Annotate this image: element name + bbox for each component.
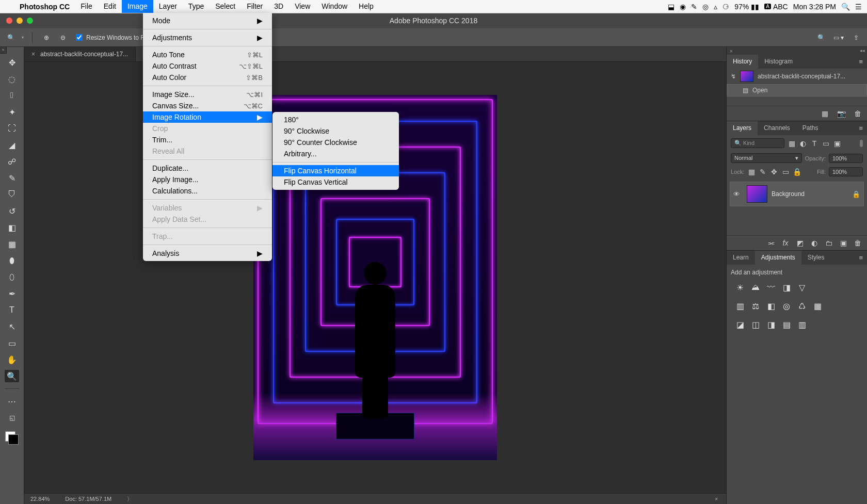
menu-image[interactable]: Image [122,0,153,13]
menubar-clock[interactable]: Mon 3:28 PM [793,3,836,11]
adj-gradient-map-icon[interactable]: ▤ [781,319,792,330]
type-tool[interactable]: T [5,304,19,316]
mi-auto-tone[interactable]: Auto Tone⇧⌘L [143,49,272,60]
mi-image-rotation[interactable]: Image Rotation▶ [143,111,272,123]
app-name[interactable]: Photoshop CC [14,3,75,11]
new-doc-from-state-icon[interactable]: ▦ [821,109,829,118]
eraser-tool[interactable]: ◧ [5,221,19,234]
status-zoom[interactable]: 22.84% [30,496,50,502]
panel-menu-icon[interactable]: ≡ [855,55,867,69]
filter-pixel-icon[interactable]: ▦ [788,139,796,148]
lock-transparent-icon[interactable]: ▦ [747,168,756,176]
panel-collapse-icon[interactable]: ◂◂ [860,48,865,53]
mi-flip-vertical[interactable]: Flip Canvas Vertical [272,176,399,188]
input-source[interactable]: AABC [764,3,788,11]
blend-mode-select[interactable]: Normal ▾ [731,153,802,163]
filter-type-icon[interactable]: T [810,139,818,148]
menu-3d[interactable]: 3D [268,0,289,13]
new-layer-icon[interactable]: ▣ [839,239,847,247]
lock-artboard-icon[interactable]: ▭ [781,168,790,176]
filter-adjust-icon[interactable]: ◐ [799,139,807,148]
panel-menu-icon[interactable]: ≡ [855,251,867,265]
share-icon[interactable]: ⇪ [850,32,862,43]
opacity-value[interactable]: 100% [829,154,863,163]
battery-status[interactable]: 97%▮▮ [734,3,759,11]
tab-history[interactable]: History [727,55,758,69]
mi-calculations[interactable]: Calculations... [143,185,272,197]
tool-preset-icon[interactable]: 🔍 [5,32,17,43]
tab-styles[interactable]: Styles [801,251,831,265]
menu-help[interactable]: Help [353,0,379,13]
layer-lock-icon[interactable]: 🔒 [852,190,860,198]
history-brush-tool[interactable]: ↺ [5,205,19,217]
tab-paths[interactable]: Paths [796,121,825,135]
default-colors-icon[interactable]: ◱ [5,412,19,424]
mi-duplicate[interactable]: Duplicate... [143,162,272,174]
marquee-tool[interactable]: ◌ [5,73,19,85]
cc-icon[interactable]: ◎ [702,3,709,11]
mi-rotate-arbitrary[interactable]: Arbitrary... [272,148,399,159]
workspace-icon[interactable]: ▭ ▾ [833,32,844,43]
lasso-tool[interactable]: 𓍼 [5,89,19,102]
menu-type[interactable]: Type [183,0,210,13]
adj-exposure-icon[interactable]: ◨ [781,282,792,292]
menu-filter[interactable]: Filter [241,0,268,13]
edit-toolbar[interactable]: ⋯ [5,395,19,408]
filter-smart-icon[interactable]: ▣ [833,139,841,148]
lock-all-icon[interactable]: 🔒 [793,168,801,176]
hand-tool[interactable]: ✋ [5,353,19,366]
brush-tool[interactable]: ✎ [5,172,19,184]
mi-mode[interactable]: Mode▶ [143,15,272,26]
panel-menu-icon[interactable]: ≡ [855,121,867,135]
mi-apply-image[interactable]: Apply Image... [143,174,272,185]
move-tool[interactable]: ✥ [5,56,19,69]
link-layers-icon[interactable]: ⫘ [767,239,775,247]
group-icon[interactable]: 🗀 [825,239,833,247]
adj-hue-icon[interactable]: ▥ [735,301,745,311]
stamp-tool[interactable]: ⛉ [5,188,19,201]
airplay-icon[interactable]: ▵ [714,3,717,11]
menu-file[interactable]: File [75,0,98,13]
adjustment-layer-icon[interactable]: ◐ [810,239,818,247]
layer-thumb[interactable] [747,185,767,203]
snapshot-icon[interactable]: 📷 [837,109,845,118]
mi-image-size[interactable]: Image Size...⌥⌘I [143,89,272,100]
layer-background[interactable]: 👁 Background 🔒 [730,182,864,206]
adj-levels-icon[interactable]: ⛰ [750,282,761,292]
fx-icon[interactable]: fx [781,239,790,247]
layer-name[interactable]: Background [772,190,848,198]
adj-selective-color-icon[interactable]: ▥ [797,319,807,330]
crop-tool[interactable]: ⛶ [5,122,19,135]
feather-icon[interactable]: ✎ [691,3,697,11]
mask-icon[interactable]: ◩ [796,239,804,247]
menu-view[interactable]: View [289,0,316,13]
mi-auto-color[interactable]: Auto Color⇧⌘B [143,72,272,83]
document-tab[interactable]: × abstract-backlit-conceptual-17... [24,47,136,61]
adj-lut-icon[interactable]: ▦ [812,301,823,311]
close-tab-icon[interactable]: × [31,51,35,58]
mi-rotate-180[interactable]: 180° [272,114,399,125]
shape-tool[interactable]: ▭ [5,337,19,349]
color-swatches[interactable] [5,431,19,445]
menu-layer[interactable]: Layer [153,0,183,13]
panel-close-icon[interactable]: × [727,47,736,55]
status-doc[interactable]: Doc: 57.1M/57.1M [65,496,111,502]
dropbox-icon[interactable]: ⬓ [668,3,675,11]
adj-balance-icon[interactable]: ⚖ [750,301,761,311]
zoom-tool[interactable]: 🔍 [5,370,19,382]
filter-shape-icon[interactable]: ▭ [822,139,830,148]
layer-filter-kind[interactable]: 🔍 Kind [731,138,784,148]
zoom-out-icon[interactable]: ⊖ [57,32,69,43]
fill-value[interactable]: 100% [829,167,863,176]
resize-windows-check[interactable] [76,34,83,41]
adj-posterize-icon[interactable]: ◫ [750,319,761,330]
mi-canvas-size[interactable]: Canvas Size...⌥⌘C [143,100,272,111]
lock-position-icon[interactable]: ✥ [770,168,778,176]
trash-icon[interactable]: 🗑 [854,109,862,118]
adj-vibrance-icon[interactable]: ▽ [797,282,807,292]
blur-tool[interactable]: ⬮ [5,254,19,267]
history-source-row[interactable]: ↯ abstract-backlit-conceptual-17... [727,69,867,84]
circle-icon[interactable]: ◉ [680,3,686,11]
status-arrow-icon[interactable]: 〉 [127,495,133,503]
tab-layers[interactable]: Layers [727,121,758,135]
